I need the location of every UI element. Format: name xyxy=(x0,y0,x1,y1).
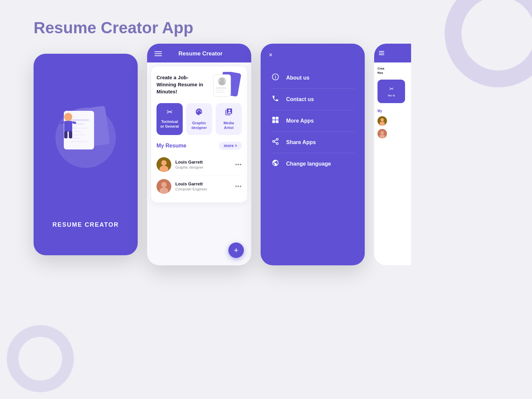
svg-point-25 xyxy=(161,160,167,166)
splash-illustration xyxy=(52,87,119,168)
palette-icon xyxy=(195,108,203,118)
language-icon xyxy=(271,159,280,168)
partial-resume-item-2 xyxy=(378,129,408,138)
phones-container: RESUME CREATOR Resume Creator Create a J… xyxy=(34,54,411,265)
menu-close-button[interactable]: × xyxy=(269,51,273,59)
svg-point-46 xyxy=(380,134,385,138)
resume-role-2: Computer Engineer xyxy=(175,187,231,191)
resume-name-2: Louis Garrett xyxy=(175,181,231,186)
svg-point-45 xyxy=(381,131,384,134)
partial-cat-label: Tec G xyxy=(388,94,395,97)
svg-rect-6 xyxy=(71,131,82,132)
categories: ✂ Technical or General Graphic designer xyxy=(157,103,242,135)
language-icon-svg xyxy=(272,159,279,167)
menu-label-contact: Contact us xyxy=(286,96,314,102)
svg-rect-7 xyxy=(71,134,86,135)
svg-rect-5 xyxy=(71,128,87,129)
resume-avatar-1 xyxy=(157,157,171,172)
svg-rect-8 xyxy=(71,138,81,139)
cat-label-technical: Technical or General xyxy=(159,119,180,129)
partial-hamburger xyxy=(379,51,384,55)
partial-body: CreaRes ✂ Tec G My xyxy=(374,62,411,146)
masks-icon xyxy=(225,108,233,118)
resume-dots-2[interactable]: ••• xyxy=(235,183,242,189)
hamburger-icon[interactable] xyxy=(154,51,162,56)
hero-banner: Create a Job-Winning Resume in Minutes! xyxy=(157,72,242,97)
resume-info-2: Louis Garrett Computer Engineer xyxy=(175,181,231,191)
menu-label-about: About us xyxy=(286,75,309,81)
partial-avatar-svg-1 xyxy=(378,116,387,126)
partial-hamburger-line-1 xyxy=(379,51,384,52)
hero-text: Create a Job-Winning Resume in Minutes! xyxy=(157,74,207,95)
apps-icon-svg xyxy=(272,116,279,124)
svg-point-20 xyxy=(219,81,225,85)
hamburger-line-2 xyxy=(154,53,162,54)
main-body-card: Create a Job-Winning Resume in Minutes! xyxy=(151,66,247,203)
cat-label-media: Media Artist xyxy=(218,121,239,130)
app-header-title: Resume Creator xyxy=(167,50,234,57)
svg-rect-21 xyxy=(216,87,226,89)
cat-btn-media[interactable]: Media Artist xyxy=(216,103,242,135)
menu-items-list: i About us Contact us xyxy=(261,44,365,184)
svg-point-28 xyxy=(161,182,167,187)
resume-dots-1[interactable]: ••• xyxy=(235,162,242,168)
partial-hero-text: CreaRes xyxy=(378,66,408,75)
info-icon: i xyxy=(271,73,280,82)
my-resume-section-header: My Resume more > xyxy=(157,142,242,150)
graphic-icon-svg xyxy=(195,108,203,116)
fab-button[interactable]: + xyxy=(228,242,244,258)
svg-line-39 xyxy=(274,142,276,143)
partial-resume-item-1 xyxy=(378,116,408,126)
partial-section-title: My xyxy=(378,109,408,113)
resume-illustration-svg xyxy=(52,87,119,168)
media-icon-svg xyxy=(225,108,233,116)
menu-item-about[interactable]: i About us xyxy=(271,67,355,89)
resume-cards-illustration xyxy=(212,72,242,97)
hamburger-line-1 xyxy=(154,51,162,52)
partial-hamburger-line-2 xyxy=(379,53,384,53)
more-button[interactable]: more > xyxy=(219,142,242,150)
menu-item-language[interactable]: Change language xyxy=(271,153,355,174)
phone-partial: CreaRes ✂ Tec G My xyxy=(374,44,411,265)
resume-item-1: Louis Garrett Graphic designer ••• xyxy=(157,154,242,176)
svg-rect-33 xyxy=(276,117,278,120)
phone-splash: RESUME CREATOR xyxy=(34,54,138,255)
resume-role-1: Graphic designer xyxy=(175,165,231,169)
menu-item-share[interactable]: Share Apps xyxy=(271,132,355,153)
svg-rect-12 xyxy=(64,131,68,138)
partial-header xyxy=(374,44,411,62)
partial-cat-btn: ✂ Tec G xyxy=(378,80,405,103)
menu-item-more-apps[interactable]: More Apps xyxy=(271,110,355,132)
svg-point-38 xyxy=(276,143,278,145)
cat-label-graphic: Graphic designer xyxy=(189,121,210,130)
menu-item-contact[interactable]: Contact us xyxy=(271,89,355,110)
svg-rect-32 xyxy=(272,117,275,120)
svg-point-42 xyxy=(381,118,384,122)
info-icon-svg: i xyxy=(272,73,279,81)
svg-point-10 xyxy=(64,113,72,121)
menu-label-more-apps: More Apps xyxy=(286,118,314,124)
menu-label-language: Change language xyxy=(286,161,331,167)
svg-rect-9 xyxy=(71,141,87,142)
svg-rect-23 xyxy=(216,92,225,93)
page-title: Resume Creator App xyxy=(34,18,193,37)
phone-menu: × i About us Contact us xyxy=(261,44,365,265)
partial-avatar-2 xyxy=(378,129,387,138)
partial-cat-icon: ✂ xyxy=(389,86,394,92)
resume-name-1: Louis Garrett xyxy=(175,160,231,165)
cat-btn-technical[interactable]: ✂ Technical or General xyxy=(157,103,183,135)
hero-resume-svg xyxy=(212,72,242,99)
svg-line-40 xyxy=(274,140,276,141)
resume-item-2: Louis Garrett Computer Engineer ••• xyxy=(157,176,242,197)
svg-rect-34 xyxy=(272,120,275,123)
cat-btn-graphic[interactable]: Graphic designer xyxy=(186,103,212,135)
phone-icon xyxy=(271,95,280,104)
share-icon-svg xyxy=(272,138,279,145)
partial-avatar-1 xyxy=(378,116,387,126)
svg-rect-11 xyxy=(64,121,72,132)
resume-info-1: Louis Garrett Graphic designer xyxy=(175,160,231,169)
svg-rect-3 xyxy=(71,119,89,121)
svg-rect-4 xyxy=(71,123,84,125)
splash-title: RESUME CREATOR xyxy=(34,221,138,228)
apps-icon xyxy=(271,116,280,125)
